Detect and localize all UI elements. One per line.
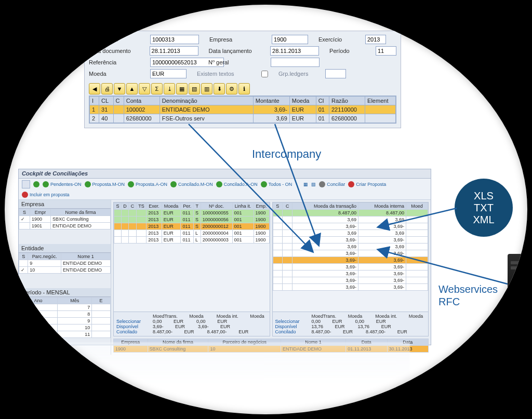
reconciliation-cockpit: Cockpit de Conciliações Pendentes-ON Pro… [18, 169, 431, 345]
field-fiscal-no[interactable] [271, 58, 320, 67]
btn-concil-a[interactable]: Concilado.A-ON [216, 181, 258, 187]
webservices-label: Webservices RFC [438, 283, 498, 308]
tb-square-icon[interactable] [22, 180, 30, 188]
col-cl[interactable]: CL [99, 97, 114, 105]
lbl-reference: Referência [89, 59, 150, 65]
format-xls: XLS [474, 190, 494, 202]
tb-print-icon[interactable]: 🖨 [101, 83, 113, 94]
btn-view2-icon[interactable]: ▧ [311, 182, 316, 187]
col-c[interactable]: C [113, 97, 124, 105]
col-ci[interactable]: CI [316, 97, 329, 105]
col-curr[interactable]: Moeda [289, 97, 316, 105]
entidade-grid[interactable]: S Parc.negóc. Nome 1 9ENTIDADE DEMO✓10EN… [19, 253, 111, 274]
tb-settings-icon[interactable]: ⚙ [226, 83, 237, 94]
trans-right-row[interactable]: 3,69-3,69- [273, 277, 428, 284]
empresa-row[interactable]: ✓1900SBXC Consulting [19, 216, 111, 223]
trans-right-row[interactable]: 3,693,69 [273, 230, 428, 237]
periodo-row[interactable]: 201311 [19, 331, 111, 338]
trans-left-row[interactable]: 2013EUR011S10000000550011900 [114, 210, 270, 217]
tb-sort-asc-icon[interactable]: ▲ [126, 83, 138, 94]
col-amount[interactable]: Montante [253, 97, 289, 105]
trans-right-row[interactable]: 3,69-3,69- [273, 237, 428, 244]
field-fiscal-year[interactable] [365, 35, 386, 44]
trans-right-row[interactable]: 3,69-3,69- [273, 223, 428, 230]
check-texts-exist[interactable] [261, 71, 268, 77]
btn-pending[interactable]: Pendentes-ON [43, 181, 82, 187]
panel-entidade-title: Entidade [19, 244, 111, 253]
periodo-row[interactable]: 20138 [19, 311, 111, 318]
journal-document-panel: Documento Empresa Exercício Data documen… [84, 31, 401, 128]
col-element[interactable]: Element [365, 97, 396, 105]
empresa-row[interactable]: 1901ENTIDADE DEMO [19, 223, 111, 229]
field-doc-no[interactable] [150, 35, 199, 44]
btn-conciliar[interactable]: Conciliar [319, 181, 345, 187]
field-period[interactable] [376, 46, 396, 56]
btn-todos[interactable]: Todos - ON [261, 181, 292, 187]
file-formats-badge: XLS TXT XML [455, 179, 513, 237]
btn-proposta-a[interactable]: Proposta.A-ON [128, 181, 167, 187]
lbl-doc-no: Documento [89, 36, 150, 43]
periodo-row[interactable]: 20139 [19, 318, 111, 325]
cockpit-title: Cockpit de Conciliações [19, 169, 431, 179]
btn-view1-icon[interactable]: ▦ [303, 182, 308, 187]
field-posting-date[interactable] [270, 46, 319, 56]
tb-filter-icon[interactable]: ▼ [114, 83, 125, 94]
transactions-right-grid[interactable]: S C Moeda da transação Moeda interna Moe… [273, 202, 429, 312]
trans-right-row[interactable]: 3,69-3,69- [273, 271, 428, 277]
lbl-doc-date: Data documento [89, 48, 150, 54]
tb-info-icon[interactable]: ℹ [238, 83, 250, 94]
trans-right-row[interactable]: 3,69-3,69- [273, 284, 428, 291]
tb-excel-icon[interactable]: ⬇ [214, 83, 225, 94]
format-txt: TXT [474, 202, 494, 214]
field-currency[interactable] [150, 69, 187, 78]
trans-right-row[interactable]: 3,69-3,69- [273, 264, 428, 271]
tb-export-icon[interactable]: ⤓ [164, 83, 175, 94]
tb-grid-icon[interactable]: ▦ [176, 83, 188, 94]
lbl-currency: Moeda [89, 71, 150, 77]
trans-right-row[interactable]: 3,693,69 [273, 244, 428, 250]
doc-line-row[interactable]: 131100002ENTIDADE DEMO3,69-EUR0122110000 [90, 105, 396, 114]
tb-sheet-icon[interactable]: ▧ [189, 83, 200, 94]
transactions-right-pane: S C Moeda da transação Moeda interna Moe… [272, 202, 429, 336]
btn-incluir[interactable]: Incluir em proposta [22, 192, 70, 198]
periodo-grid[interactable]: Ano Mês E 201372013820139201310201311 [19, 297, 111, 338]
doc-line-row[interactable]: 24062680000FSE-Outros serv3,69EUR0162680… [90, 114, 396, 123]
lbl-fiscal-year: Exercício [318, 36, 365, 43]
doc-lines-grid[interactable]: I CL C Conta Denominação Montante Moeda … [89, 96, 396, 124]
periodo-row[interactable]: 201310 [19, 325, 111, 331]
server-icon [508, 254, 527, 316]
tb-sum-icon[interactable]: Σ [151, 83, 163, 94]
trans-left-row[interactable]: 2013EUR011L20000000040011900 [114, 230, 270, 237]
trans-right-row[interactable]: 3,693,69 [273, 217, 428, 223]
trans-left-row[interactable]: 2013EUR011S20000000120011900 [114, 223, 270, 230]
right-totals: MoedTrans. Moeda Moeda int. Moeda Selecc… [273, 312, 429, 336]
col-i[interactable]: I [90, 97, 99, 105]
entidade-row[interactable]: ✓10ENTIDADE DEMO [19, 267, 111, 274]
btn-proposta-m[interactable]: Proposta.M-ON [85, 181, 125, 187]
lbl-period: Período [329, 48, 376, 54]
field-grpledgers[interactable] [325, 69, 346, 78]
trans-left-row[interactable]: 2013EUR011L20000000030011900 [114, 237, 270, 244]
field-company[interactable] [272, 35, 308, 44]
btn-criar-proposta[interactable]: Criar Proposta [348, 181, 386, 187]
col-name[interactable]: Denominação [159, 97, 253, 105]
entidade-row[interactable]: 9ENTIDADE DEMO [19, 260, 111, 267]
trans-left-row[interactable]: 2013EUR011S10000000560011900 [114, 217, 270, 223]
tb-sort-desc-icon[interactable]: ▽ [139, 83, 150, 94]
trans-right-row[interactable]: 3,69-3,69- [273, 250, 428, 257]
empresa-grid[interactable]: S Empr Nome da firma ✓1900SBXC Consultin… [19, 209, 111, 229]
trans-right-row[interactable]: 3,69-3,69- [273, 257, 428, 264]
btn-refresh-icon[interactable] [33, 181, 39, 187]
doc-toolbar: ◀ 🖨 ▼ ▲ ▽ Σ ⤓ ▦ ▧ ▥ ⬇ ⚙ ℹ [89, 83, 396, 94]
field-doc-date[interactable] [150, 46, 198, 56]
transactions-left-grid[interactable]: S D C TS Exer. Moeda Per. T Nº doc. Linh… [114, 202, 270, 312]
col-razao[interactable]: Razão [329, 97, 365, 105]
lbl-texts-exist: Existem textos [197, 71, 259, 77]
col-account[interactable]: Conta [124, 97, 159, 105]
btn-concil-m[interactable]: Concilado.M-ON [170, 181, 213, 187]
tb-columns-icon[interactable]: ▥ [201, 83, 212, 94]
intercompany-label: Intercompany [252, 147, 321, 161]
tb-back-icon[interactable]: ◀ [89, 83, 100, 94]
trans-right-row[interactable]: 8.487,008.487,00 [273, 210, 428, 217]
periodo-row[interactable]: 20137 [19, 304, 111, 311]
